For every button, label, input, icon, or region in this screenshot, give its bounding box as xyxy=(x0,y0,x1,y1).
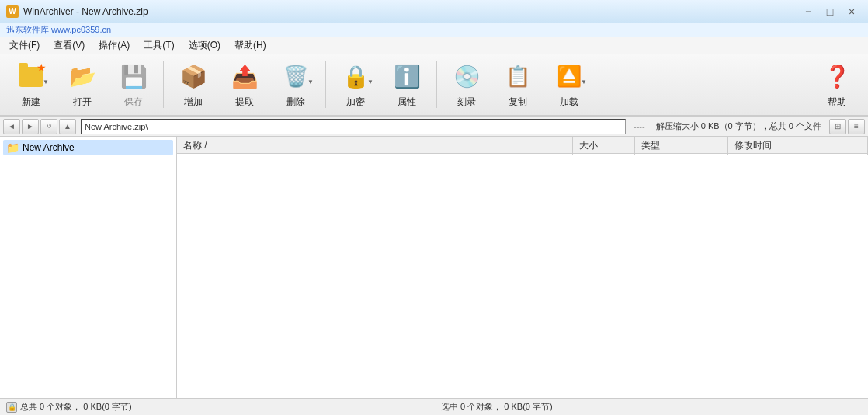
burn-icon: 💿 xyxy=(451,61,482,92)
menu-tools[interactable]: 工具(T) xyxy=(137,37,180,54)
save-icon: 💾 xyxy=(118,61,149,92)
title-bar: W WinArchiver - New Archive.zip － □ × xyxy=(0,0,868,23)
close-button[interactable]: × xyxy=(842,4,862,19)
title-left: W WinArchiver - New Archive.zip xyxy=(6,5,148,18)
delete-label: 删除 xyxy=(286,96,305,109)
window-title: WinArchiver - New Archive.zip xyxy=(23,6,148,17)
maximize-button[interactable]: □ xyxy=(820,4,840,19)
tree-item-label: New Archive xyxy=(23,142,75,153)
new-icon: ★ xyxy=(16,61,47,92)
back-button[interactable]: ◄ xyxy=(3,119,20,134)
save-button[interactable]: 💾 保存 xyxy=(109,58,158,112)
encrypt-label: 加密 xyxy=(346,96,365,109)
menu-view[interactable]: 查看(V) xyxy=(47,37,91,54)
encrypt-button[interactable]: 🔒 加密 ▼ xyxy=(331,58,380,112)
burn-button[interactable]: 💿 刻录 xyxy=(442,58,491,112)
nav-separator: ---- xyxy=(630,122,648,131)
delete-icon: 🗑️ xyxy=(280,61,311,92)
view-list-button[interactable]: ≡ xyxy=(848,119,865,134)
encrypt-icon: 🔒 xyxy=(340,61,371,92)
copy-button[interactable]: 📋 复制 xyxy=(493,58,543,112)
menu-help[interactable]: 帮助(H) xyxy=(228,37,273,54)
tree-folder-icon xyxy=(6,141,19,154)
nav-bar: ◄ ► ↺ ▲ New Archive.zip\ ---- 解压缩大小 0 KB… xyxy=(0,117,868,137)
file-list-panel: 名称 / 大小 类型 修改时间 xyxy=(177,137,868,398)
status-right-text: 选中 0 个对象， 0 KB(0 字节) xyxy=(441,401,862,413)
col-name[interactable]: 名称 / xyxy=(177,137,573,155)
menu-options[interactable]: 选项(O) xyxy=(182,37,227,54)
delete-dropdown-arrow: ▼ xyxy=(307,78,314,85)
file-list-body xyxy=(177,154,868,387)
new-button[interactable]: ★ 新建 ▼ xyxy=(6,58,56,112)
add-label: 增加 xyxy=(184,96,203,109)
nav-path-bar[interactable]: New Archive.zip\ xyxy=(81,119,626,134)
nav-path-text: New Archive.zip\ xyxy=(85,122,148,131)
window-controls: － □ × xyxy=(798,4,862,19)
save-label: 保存 xyxy=(124,96,143,109)
extract-label: 提取 xyxy=(235,96,254,109)
minimize-button[interactable]: － xyxy=(798,4,818,19)
watermark-bar: 迅东软件库 www.pc0359.cn xyxy=(0,23,868,37)
menu-bar: 文件(F) 查看(V) 操作(A) 工具(T) 选项(O) 帮助(H) xyxy=(0,37,868,54)
properties-label: 属性 xyxy=(398,96,416,109)
col-modified[interactable]: 修改时间 xyxy=(728,137,868,155)
menu-action[interactable]: 操作(A) xyxy=(92,37,136,54)
help-button[interactable]: ❓ 帮助 xyxy=(812,58,862,112)
add-button[interactable]: 📦 增加 xyxy=(168,58,218,112)
extract-icon: 📤 xyxy=(229,61,260,92)
view-tree-button[interactable]: ⊞ xyxy=(829,119,846,134)
toolbar: ★ 新建 ▼ 📂 打开 💾 保存 📦 增加 📤 提取 🗑️ xyxy=(0,54,868,117)
main-area: New Archive 名称 / 大小 类型 修改时间 xyxy=(0,137,868,398)
encrypt-dropdown-arrow: ▼ xyxy=(367,78,373,85)
properties-icon: ℹ️ xyxy=(391,61,422,92)
delete-button[interactable]: 🗑️ 删除 ▼ xyxy=(271,58,321,112)
add-icon: 📦 xyxy=(178,61,209,92)
tree-item-root[interactable]: New Archive xyxy=(3,140,173,155)
properties-button[interactable]: ℹ️ 属性 xyxy=(382,58,432,112)
load-label: 加载 xyxy=(560,96,578,109)
open-label: 打开 xyxy=(73,96,92,109)
load-button[interactable]: ⏏️ 加载 ▼ xyxy=(544,58,594,112)
refresh-button[interactable]: ↺ xyxy=(40,119,57,134)
open-button[interactable]: 📂 打开 xyxy=(57,58,107,112)
new-dropdown-arrow: ▼ xyxy=(43,78,49,85)
copy-icon: 📋 xyxy=(502,61,533,92)
status-bar: 🔒 总共 0 个对象， 0 KB(0 字节) 选中 0 个对象， 0 KB(0 … xyxy=(0,398,868,415)
copy-label: 复制 xyxy=(509,96,527,109)
col-type[interactable]: 类型 xyxy=(635,137,728,155)
extract-button[interactable]: 📤 提取 xyxy=(220,58,269,112)
watermark-text: 迅东软件库 www.pc0359.cn xyxy=(6,24,111,36)
load-dropdown-arrow: ▼ xyxy=(581,78,587,85)
help-label: 帮助 xyxy=(828,96,846,109)
help-icon: ❓ xyxy=(821,61,852,92)
status-lock-icon: 🔒 xyxy=(6,402,17,413)
col-size[interactable]: 大小 xyxy=(573,137,635,155)
file-list-header: 名称 / 大小 类型 修改时间 xyxy=(177,137,868,154)
load-icon: ⏏️ xyxy=(554,61,585,92)
separator-2 xyxy=(325,61,326,108)
nav-status-text: 解压缩大小 0 KB（0 字节），总共 0 个文件 xyxy=(650,120,828,132)
separator-3 xyxy=(436,61,437,108)
menu-file[interactable]: 文件(F) xyxy=(3,37,46,54)
up-button[interactable]: ▲ xyxy=(59,119,76,134)
burn-label: 刻录 xyxy=(457,96,476,109)
tree-panel: New Archive xyxy=(0,137,177,398)
status-left-text: 总共 0 个对象， 0 KB(0 字节) xyxy=(20,401,441,413)
separator-1 xyxy=(163,61,164,108)
app-icon: W xyxy=(6,5,19,18)
forward-button[interactable]: ► xyxy=(22,119,39,134)
new-label: 新建 xyxy=(22,96,40,109)
open-icon: 📂 xyxy=(67,61,98,92)
nav-view-buttons: ⊞ ≡ xyxy=(829,119,865,134)
